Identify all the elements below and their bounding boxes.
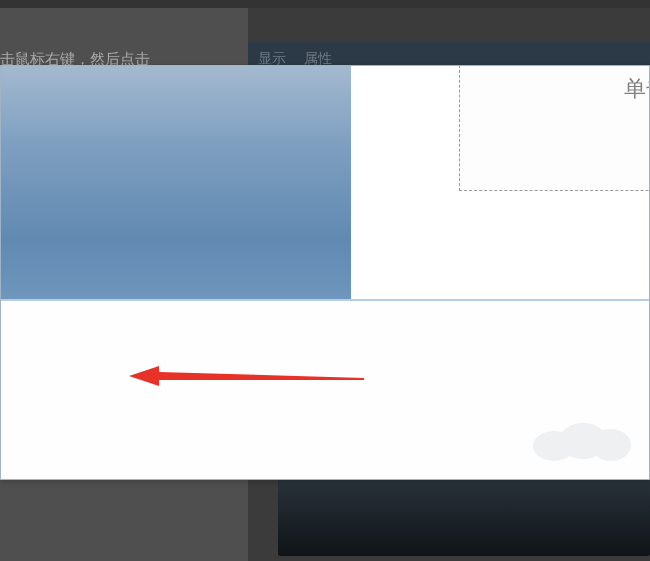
slide-canvas[interactable]: 单击以 (351, 66, 649, 299)
svg-marker-0 (129, 366, 364, 386)
popup-window: 单击以 (0, 65, 650, 480)
watermark-smudge (533, 417, 631, 465)
placeholder-instruction-text: 单击以 (624, 74, 650, 104)
popup-top-section: 单击以 (1, 66, 649, 301)
top-bar (0, 0, 650, 8)
annotation-arrow (129, 361, 364, 391)
slide-preview-pane[interactable] (1, 66, 351, 299)
tab-display[interactable]: 显示 (258, 50, 286, 66)
popup-bottom-section (1, 301, 649, 479)
text-placeholder-box[interactable]: 单击以 (459, 65, 650, 191)
tab-properties[interactable]: 属性 (304, 50, 332, 66)
